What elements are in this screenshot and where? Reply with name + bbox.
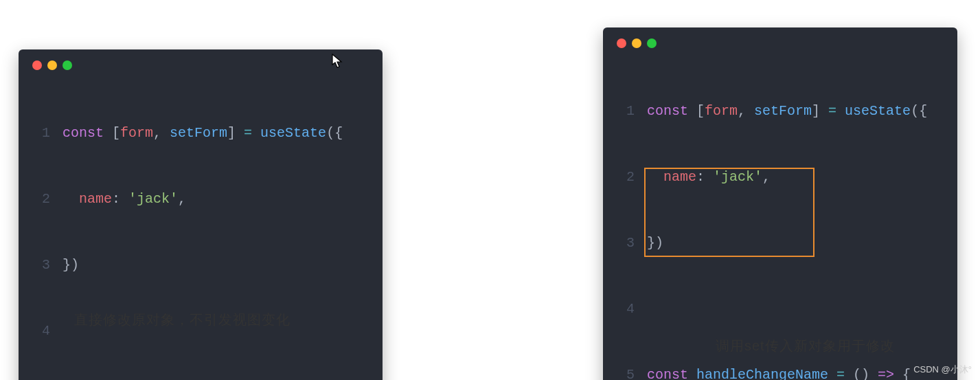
parens: () bbox=[853, 367, 869, 380]
variable: form bbox=[705, 103, 738, 119]
space bbox=[688, 367, 696, 380]
line-number: 3 bbox=[32, 254, 50, 276]
minimize-icon bbox=[47, 60, 57, 70]
operator: = bbox=[820, 103, 845, 119]
caption-right: 调用set传入新对象用于修改 bbox=[716, 337, 895, 355]
variable: setForm bbox=[170, 125, 227, 141]
close-icon bbox=[32, 60, 42, 70]
function: useState bbox=[845, 103, 911, 119]
indent bbox=[62, 191, 79, 207]
keyword: const bbox=[647, 103, 688, 119]
brace: ({ bbox=[911, 103, 927, 119]
brace: }) bbox=[62, 254, 79, 276]
string: 'jack' bbox=[128, 191, 178, 207]
bracket: ] bbox=[812, 103, 820, 119]
colon: : bbox=[112, 191, 128, 207]
line-number: 2 bbox=[32, 188, 50, 210]
line-number: 5 bbox=[617, 364, 635, 380]
line-number: 1 bbox=[32, 122, 50, 144]
code-block-right: 1const [form, setForm] = useState({ 2 na… bbox=[617, 56, 944, 380]
comma: , bbox=[153, 125, 170, 141]
bracket: [ bbox=[688, 103, 705, 119]
keyword: const bbox=[647, 367, 688, 380]
operator: = bbox=[828, 367, 853, 380]
code-window-right: 1const [form, setForm] = useState({ 2 na… bbox=[603, 27, 957, 380]
comma: , bbox=[738, 103, 754, 119]
brace: { bbox=[902, 367, 911, 380]
line-number: 4 bbox=[617, 298, 635, 320]
bracket: [ bbox=[104, 125, 120, 141]
brace: }) bbox=[647, 232, 663, 254]
bracket: ] bbox=[227, 125, 236, 141]
line-number: 1 bbox=[617, 100, 635, 122]
zoom-icon bbox=[62, 60, 72, 70]
keyword: const bbox=[62, 125, 104, 141]
arrow: => bbox=[869, 367, 902, 380]
brace: ({ bbox=[326, 125, 343, 141]
code-window-left: 1const [form, setForm] = useState({ 2 na… bbox=[19, 49, 383, 380]
minimize-icon bbox=[632, 38, 641, 48]
function: handleChangeName bbox=[696, 367, 828, 380]
comma: , bbox=[178, 191, 186, 207]
comma: , bbox=[762, 169, 771, 185]
line-number: 3 bbox=[617, 232, 635, 254]
watermark: CSDN @小沐° bbox=[913, 364, 972, 376]
variable: setForm bbox=[754, 103, 812, 119]
indent bbox=[647, 169, 663, 185]
property: name bbox=[79, 191, 112, 207]
zoom-icon bbox=[647, 38, 657, 48]
caption-left: 直接修改原对象，不引发视图变化 bbox=[74, 311, 290, 329]
window-controls bbox=[617, 38, 944, 48]
line-number: 2 bbox=[617, 166, 635, 188]
string: 'jack' bbox=[713, 169, 762, 185]
window-controls bbox=[32, 60, 369, 70]
operator: = bbox=[236, 125, 260, 141]
colon: : bbox=[696, 169, 713, 185]
code-block-left: 1const [form, setForm] = useState({ 2 na… bbox=[32, 78, 369, 380]
function: useState bbox=[260, 125, 326, 141]
line-number: 4 bbox=[32, 320, 50, 342]
variable: form bbox=[120, 125, 153, 141]
close-icon bbox=[617, 38, 626, 48]
property: name bbox=[663, 169, 696, 185]
